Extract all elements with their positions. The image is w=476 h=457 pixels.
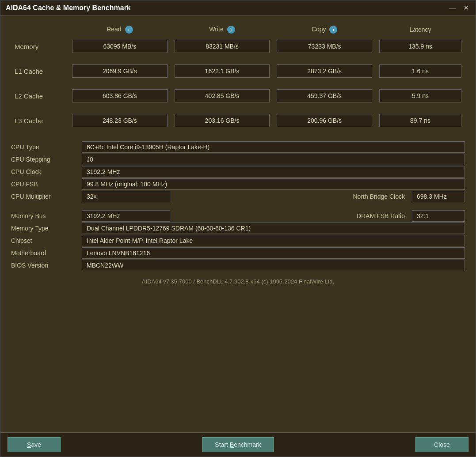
cpu-type-row: CPU Type 6C+8c Intel Core i9-13905H (Rap… <box>11 141 465 153</box>
gap2 <box>11 206 465 210</box>
write-box-2: 402.85 GB/s <box>175 89 270 102</box>
row-label-l3-cache: L3 Cache <box>11 111 69 130</box>
latency-value-2: 5.9 ns <box>376 87 465 105</box>
window-title: AIDA64 Cache & Memory Benchmark <box>6 4 131 12</box>
cpu-north-bridge-right: North Bridge Clock 698.3 MHz <box>350 191 465 202</box>
footer-text: AIDA64 v7.35.7000 / BenchDLL 4.7.902.8-x… <box>11 275 465 290</box>
read-box-2: 603.86 GB/s <box>72 89 168 102</box>
read-value-2: 603.86 GB/s <box>69 87 171 105</box>
minimize-button[interactable]: — <box>448 4 457 11</box>
cpu-fsb-value: 99.8 MHz (original: 100 MHz) <box>82 178 465 190</box>
write-value-0: 83231 MB/s <box>171 37 274 56</box>
button-bar: Save Start Benchmark Close <box>0 432 476 457</box>
copy-box-2: 459.37 GB/s <box>277 89 372 102</box>
save-button[interactable]: Save <box>8 437 61 452</box>
benchmark-row: L1 Cache2069.9 GB/s1622.1 GB/s2873.2 GB/… <box>11 62 465 80</box>
cpu-multiplier-row: CPU Multiplier 32x North Bridge Clock 69… <box>11 191 465 202</box>
read-info-icon[interactable]: i <box>125 26 133 34</box>
close-window-button[interactable]: ✕ <box>461 4 470 11</box>
cpu-clock-label: CPU Clock <box>11 166 82 177</box>
north-bridge-value: 698.3 MHz <box>412 191 465 202</box>
benchmark-underline-letter: B <box>230 441 234 448</box>
write-info-icon[interactable]: i <box>227 26 235 34</box>
latency-value-1: 1.6 ns <box>376 62 465 80</box>
memory-info-section: Memory Bus 3192.2 MHz DRAM:FSB Ratio 32:… <box>11 210 465 271</box>
bios-label: BIOS Version <box>11 260 82 271</box>
cpu-clock-value: 3192.2 MHz <box>82 166 465 178</box>
memory-type-label: Memory Type <box>11 223 82 234</box>
memory-bus-row: Memory Bus 3192.2 MHz DRAM:FSB Ratio 32:… <box>11 210 465 222</box>
write-header: Write i <box>171 23 274 37</box>
benchmark-table: Read i Write i Copy i Latency <box>11 23 465 130</box>
cpu-clock-row: CPU Clock 3192.2 MHz <box>11 166 465 178</box>
cpu-stepping-label: CPU Stepping <box>11 154 82 165</box>
cpu-stepping-value: J0 <box>82 154 465 165</box>
copy-value-3: 200.96 GB/s <box>273 111 376 130</box>
copy-box-0: 73233 MB/s <box>277 40 372 53</box>
dram-fsb-value: 32:1 <box>412 210 465 222</box>
write-value-1: 1622.1 GB/s <box>171 62 274 80</box>
latency-value-0: 135.9 ns <box>376 37 465 56</box>
cpu-stepping-row: CPU Stepping J0 <box>11 154 465 165</box>
north-bridge-label: North Bridge Clock <box>350 191 409 202</box>
bios-row: BIOS Version MBCN22WW <box>11 260 465 271</box>
chipset-label: Chipset <box>11 235 82 246</box>
latency-box-2: 5.9 ns <box>379 89 461 102</box>
row-spacer <box>11 80 465 87</box>
copy-box-1: 2873.2 GB/s <box>277 64 372 78</box>
copy-info-icon[interactable]: i <box>329 26 337 34</box>
cpu-multiplier-left: CPU Multiplier 32x <box>11 191 350 202</box>
motherboard-value: Lenovo LNVNB161216 <box>82 247 465 259</box>
read-box-0: 63095 MB/s <box>72 40 168 53</box>
read-box-3: 248.23 GB/s <box>72 114 168 127</box>
gap1 <box>11 137 465 141</box>
write-value-3: 203.16 GB/s <box>171 111 274 130</box>
chipset-row: Chipset Intel Alder Point-M/P, Intel Rap… <box>11 235 465 246</box>
dram-fsb-label: DRAM:FSB Ratio <box>353 211 408 221</box>
latency-box-1: 1.6 ns <box>379 64 461 78</box>
start-benchmark-button[interactable]: Start Benchmark <box>202 437 274 452</box>
cpu-fsb-row: CPU FSB 99.8 MHz (original: 100 MHz) <box>11 178 465 190</box>
main-window: AIDA64 Cache & Memory Benchmark — ✕ Read… <box>0 0 476 457</box>
motherboard-label: Motherboard <box>11 248 82 258</box>
read-box-1: 2069.9 GB/s <box>72 64 168 78</box>
content-area: Read i Write i Copy i Latency <box>0 16 476 432</box>
row-label-l1-cache: L1 Cache <box>11 62 69 80</box>
write-value-2: 402.85 GB/s <box>171 87 274 105</box>
memory-bus-left: Memory Bus 3192.2 MHz <box>11 210 353 222</box>
cpu-type-label: CPU Type <box>11 142 82 152</box>
column-headers: Read i Write i Copy i Latency <box>11 23 465 37</box>
write-box-3: 203.16 GB/s <box>175 114 270 127</box>
motherboard-row: Motherboard Lenovo LNVNB161216 <box>11 247 465 259</box>
cpu-multiplier-value: 32x <box>82 191 170 202</box>
dram-fsb-right: DRAM:FSB Ratio 32:1 <box>353 210 465 222</box>
row-spacer <box>11 105 465 111</box>
latency-box-0: 135.9 ns <box>379 40 461 53</box>
cpu-type-value: 6C+8c Intel Core i9-13905H (Raptor Lake-… <box>82 141 465 153</box>
memory-type-row: Memory Type Dual Channel LPDDR5-12769 SD… <box>11 223 465 234</box>
save-underline-letter: S <box>27 441 31 448</box>
window-controls: — ✕ <box>448 4 470 11</box>
bios-value: MBCN22WW <box>82 260 465 271</box>
row-label-l2-cache: L2 Cache <box>11 87 69 105</box>
copy-header: Copy i <box>273 23 376 37</box>
close-button[interactable]: Close <box>415 437 468 452</box>
chipset-value: Intel Alder Point-M/P, Intel Raptor Lake <box>82 235 465 246</box>
cpu-multiplier-label: CPU Multiplier <box>11 191 82 202</box>
benchmark-row: Memory63095 MB/s83231 MB/s73233 MB/s135.… <box>11 37 465 56</box>
row-label-memory: Memory <box>11 37 69 56</box>
copy-value-0: 73233 MB/s <box>273 37 376 56</box>
cpu-fsb-label: CPU FSB <box>11 179 82 189</box>
memory-type-value: Dual Channel LPDDR5-12769 SDRAM (68-60-6… <box>82 223 465 234</box>
read-header: Read i <box>69 23 171 37</box>
title-bar: AIDA64 Cache & Memory Benchmark — ✕ <box>0 0 476 16</box>
latency-header: Latency <box>376 23 465 37</box>
read-value-1: 2069.9 GB/s <box>69 62 171 80</box>
copy-box-3: 200.96 GB/s <box>277 114 372 127</box>
latency-value-3: 89.7 ns <box>376 111 465 130</box>
latency-box-3: 89.7 ns <box>379 114 461 127</box>
benchmark-row: L3 Cache248.23 GB/s203.16 GB/s200.96 GB/… <box>11 111 465 130</box>
benchmark-row: L2 Cache603.86 GB/s402.85 GB/s459.37 GB/… <box>11 87 465 105</box>
row-spacer <box>11 56 465 62</box>
cpu-info-section: CPU Type 6C+8c Intel Core i9-13905H (Rap… <box>11 141 465 202</box>
